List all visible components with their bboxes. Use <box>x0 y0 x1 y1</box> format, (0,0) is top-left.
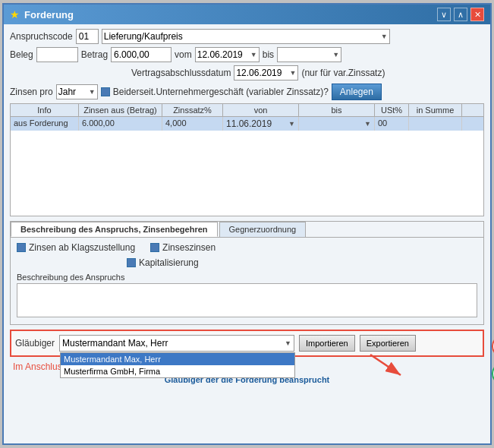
tab-content-beschreibung: Zinsen ab Klagszustellung Zinseszinsen K… <box>11 238 483 324</box>
exportieren-button[interactable]: Exportieren <box>360 335 416 352</box>
betrag-input[interactable] <box>111 47 171 62</box>
vom-date-dropdown[interactable]: 12.06.2019 ▼ <box>195 47 260 62</box>
cell-bis[interactable]: ▼ <box>299 117 375 131</box>
glaubiger-option-1[interactable]: Musterfirma GmbH, Firma <box>61 365 294 377</box>
table-row[interactable]: aus Forderung 6.000,00 4,000 11.06.2019 … <box>11 117 483 131</box>
tab-gegner[interactable]: Gegnerzuordnung <box>219 222 307 237</box>
beleg-row: Beleg Betrag vom 12.06.2019 ▼ bis ▼ <box>10 47 484 62</box>
glaubiger-section: Gläubiger Mustermandant Max, Herr ▼ Must… <box>10 330 484 357</box>
zinsen-ab-label: Zinsen ab Klagszustellung <box>29 242 135 253</box>
vertrags-row: Vertragsabschlussdatum 12.06.2019 ▼ (nur… <box>10 65 484 80</box>
close-button[interactable]: ✕ <box>470 8 484 21</box>
window-title: Forderung <box>24 9 74 21</box>
bis-label: bis <box>263 49 274 60</box>
beleg-input[interactable] <box>36 47 78 62</box>
vertrags-dropdown-arrow: ▼ <box>289 69 296 77</box>
tabs-header: Beschreibung des Anspruchs, Zinsenbegehr… <box>11 222 483 238</box>
kapitalisierung-label: Kapitalisierung <box>139 257 199 268</box>
tabs-container: Beschreibung des Anspruchs, Zinsenbegehr… <box>10 221 484 325</box>
col-summe: in Summe <box>409 104 462 116</box>
vom-date-value: 12.06.2019 <box>197 49 243 60</box>
beleg-label: Beleg <box>10 49 33 60</box>
beschreibung-anspruch-label: Beschreibung des Anspruchs <box>17 273 477 282</box>
vom-label: vom <box>175 49 192 60</box>
col-von: von <box>223 104 299 116</box>
anspruch-description: Lieferung/Kaufpreis <box>104 31 183 42</box>
anspruch-code-input[interactable] <box>76 29 99 44</box>
title-bar-right: ∨ ∧ ✕ <box>437 8 484 21</box>
zinsen-period-arrow: ▼ <box>89 88 96 96</box>
von-dropdown-arrow: ▼ <box>288 120 295 128</box>
checkboxes-row: Zinsen ab Klagszustellung Zinseszinsen <box>17 242 477 253</box>
col-info: Info <box>11 104 79 116</box>
zinsen-row: Zinsen pro Jahr ▼ Beiderseit.Unternehmer… <box>10 84 484 100</box>
title-bar-left: ★ Forderung <box>10 8 74 21</box>
maximize-button[interactable]: ∧ <box>454 8 467 21</box>
title-bar: ★ Forderung ∨ ∧ ✕ <box>4 5 490 24</box>
window-content: Anspruchscode Lieferung/Kaufpreis ▼ Bele… <box>4 24 490 389</box>
zinsen-table: Info Zinsen aus (Betrag) Zinssatz% von b… <box>10 103 484 216</box>
bis-dropdown-arrow: ▼ <box>332 51 339 58</box>
cell-zinssatz: 4,000 <box>162 117 223 131</box>
zinsen-period-dropdown[interactable]: Jahr ▼ <box>56 84 98 99</box>
checkboxes-row2: Kapitalisierung <box>17 257 477 268</box>
zinsen-ab-checkbox[interactable] <box>17 243 26 252</box>
zinseszinsen-label: Zinseszinsen <box>162 242 216 253</box>
col-betrag: Zinsen aus (Betrag) <box>79 104 162 116</box>
col-bis: bis <box>299 104 375 116</box>
glaubiger-dropdown[interactable]: Mustermandant Max, Herr ▼ Mustermandant … <box>59 335 294 352</box>
zinsen-label: Zinsen pro <box>10 87 53 97</box>
bis-cell-dropdown-arrow: ▼ <box>364 120 371 128</box>
importieren-button[interactable]: Importieren <box>299 335 355 352</box>
zinsen-period-value: Jahr <box>58 87 76 97</box>
svg-line-1 <box>370 355 401 375</box>
main-window: ★ Forderung ∨ ∧ ✕ Anspruchscode Lieferun… <box>2 3 492 445</box>
minimize-button[interactable]: ∨ <box>437 8 451 21</box>
table-body: aus Forderung 6.000,00 4,000 11.06.2019 … <box>11 117 483 216</box>
arrow-indicator <box>367 351 408 383</box>
anspruch-dropdown[interactable]: Lieferung/Kaufpreis ▼ <box>102 29 390 44</box>
betrag-label: Betrag <box>81 49 108 60</box>
vertrags-date-value: 12.06.2019 <box>236 68 282 78</box>
glaubiger-selected: Mustermandant Max, Herr <box>62 338 168 349</box>
kapitalisierung-checkbox[interactable] <box>127 258 136 267</box>
cell-summe <box>409 117 462 131</box>
glaubiger-label: Gläubiger <box>15 338 55 349</box>
col-ust: USt% <box>375 104 409 116</box>
zinsen-checkbox[interactable] <box>101 87 110 96</box>
beschreibung-textarea[interactable] <box>17 283 477 317</box>
cell-betrag: 6.000,00 <box>79 117 162 131</box>
zinseszinsen-checkbox[interactable] <box>150 243 159 252</box>
vertrags-date-dropdown[interactable]: 12.06.2019 ▼ <box>234 65 298 80</box>
anspruch-dropdown-arrow: ▼ <box>381 33 388 40</box>
tab-beschreibung[interactable]: Beschreibung des Anspruchs, Zinsenbegehr… <box>11 222 218 237</box>
glaubiger-row: Gläubiger Mustermandant Max, Herr ▼ Must… <box>15 335 479 352</box>
glaubiger-dropdown-arrow: ▼ <box>285 339 291 347</box>
anspruch-row: Anspruchscode Lieferung/Kaufpreis ▼ <box>10 29 484 44</box>
vom-dropdown-arrow: ▼ <box>250 51 257 58</box>
cell-ust: 00 <box>375 117 409 131</box>
zinseszinsen-item: Zinseszinsen <box>150 242 216 253</box>
glaubiger-dropdown-list: Mustermandant Max, Herr Musterfirma GmbH… <box>60 352 295 378</box>
vertrags-label: Vertragsabschlussdatum <box>131 68 231 78</box>
zinsen-ab-item: Zinsen ab Klagszustellung <box>17 242 135 253</box>
cell-von[interactable]: 11.06.2019 ▼ <box>223 117 299 131</box>
col-zinssatz: Zinssatz% <box>162 104 223 116</box>
zinsen-checkbox-label: Beiderseit.Unternehmergeschäft (variable… <box>113 87 329 97</box>
star-icon: ★ <box>10 8 20 21</box>
glaubiger-wrapper: Gläubiger Mustermandant Max, Herr ▼ Must… <box>10 330 484 384</box>
anspruch-label: Anspruchscode <box>10 31 73 42</box>
table-header: Info Zinsen aus (Betrag) Zinssatz% von b… <box>11 104 483 117</box>
kapitalisierung-item: Kapitalisierung <box>127 257 199 268</box>
anlegen-button[interactable]: Anlegen <box>332 84 382 100</box>
glaubiger-option-0[interactable]: Mustermandant Max, Herr <box>61 353 294 365</box>
cell-info: aus Forderung <box>11 117 79 131</box>
vertrags-hint: (nur für var.Zinssatz) <box>301 68 385 78</box>
bis-date-dropdown[interactable]: ▼ <box>277 47 341 62</box>
